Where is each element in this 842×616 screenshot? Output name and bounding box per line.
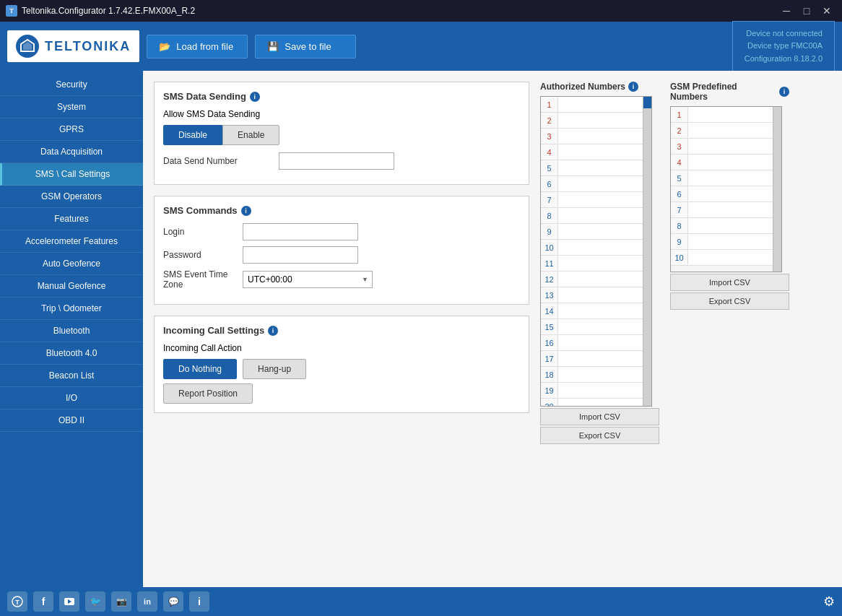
authorized-number-input[interactable] [558,319,643,334]
authorized-number-input[interactable] [558,335,643,350]
authorized-number-input[interactable] [558,208,643,223]
authorized-import-csv-button[interactable]: Import CSV [540,408,659,425]
close-button[interactable]: ✕ [817,1,836,20]
authorized-number-input[interactable] [558,97,643,112]
sidebar-item-features[interactable]: Features [0,208,143,230]
timezone-dropdown[interactable]: UTC+00:00 [243,271,373,288]
authorized-number-input[interactable] [558,399,643,406]
facebook-icon[interactable]: f [33,591,53,612]
authorized-number-row: 14 [541,303,643,319]
gsm-predefined-table: 12345678910 [670,106,782,272]
message-icon[interactable]: 💬 [163,591,183,612]
authorized-number-row: 13 [541,287,643,303]
row-index: 18 [541,367,558,382]
gsm-number-input[interactable] [688,107,773,122]
authorized-number-input[interactable] [558,272,643,287]
incoming-call-action-label: Incoming Call Action [163,343,520,353]
authorized-number-input[interactable] [558,113,643,128]
gsm-number-input[interactable] [688,123,773,138]
authorized-number-input[interactable] [558,287,643,303]
sidebar-item-auto-geofence[interactable]: Auto Geofence [0,253,143,275]
gsm-import-csv-button[interactable]: Import CSV [670,274,789,291]
minimize-button[interactable]: ─ [777,1,796,20]
hangup-button[interactable]: Hang-up [243,359,306,379]
sms-commands-info-icon[interactable]: i [241,206,251,216]
gsm-export-csv-button[interactable]: Export CSV [670,292,789,310]
sidebar-item-manual-geofence[interactable]: Manual Geofence [0,275,143,298]
row-index: 16 [541,335,558,350]
settings-gear-icon[interactable]: ⚙ [823,594,835,610]
authorized-export-csv-button[interactable]: Export CSV [540,427,659,444]
sidebar-item-beacon-list[interactable]: Beacon List [0,365,143,387]
device-line1: Device not connected [745,27,823,40]
sidebar-item-obd-ii[interactable]: OBD II [0,409,143,432]
sidebar-item-i-o[interactable]: I/O [0,387,143,409]
row-index: 12 [541,272,558,287]
sidebar-item-security[interactable]: Security [0,74,143,96]
content-area: SMS Data Sending i Allow SMS Data Sendin… [143,71,842,587]
gsm-number-input[interactable] [688,170,773,186]
row-index: 9 [541,224,558,239]
authorized-number-input[interactable] [558,176,643,191]
gsm-predefined-rows: 12345678910 [671,107,773,272]
authorized-number-input[interactable] [558,144,643,160]
row-index: 20 [541,399,558,406]
gsm-predefined-section: GSM Predefined Numbers i 12345678910 Imp… [670,82,789,576]
authorized-number-input[interactable] [558,383,643,398]
gsm-predefined-scrollbar[interactable] [773,107,781,272]
gsm-number-input[interactable] [688,250,773,265]
sidebar-item-data-acquisition[interactable]: Data Acquisition [0,141,143,163]
enable-button[interactable]: Enable [222,125,279,145]
maximize-button[interactable]: □ [797,1,816,20]
gsm-number-input[interactable] [688,155,773,170]
linkedin-icon[interactable]: in [137,591,157,612]
authorized-number-input[interactable] [558,129,643,144]
gsm-predefined-info-icon[interactable]: i [779,87,789,97]
authorized-number-input[interactable] [558,367,643,382]
sidebar-item-gsm-operators[interactable]: GSM Operators [0,186,143,208]
authorized-number-input[interactable] [558,303,643,318]
sidebar-item-bluetooth-4-0[interactable]: Bluetooth 4.0 [0,342,143,365]
sidebar-item-accelerometer-features[interactable]: Accelerometer Features [0,230,143,253]
password-label: Password [163,250,235,260]
save-to-file-button[interactable]: 💾 Save to file [255,35,356,58]
youtube-icon[interactable] [59,591,79,612]
gsm-number-row: 2 [671,123,773,139]
authorized-number-input[interactable] [558,160,643,175]
gsm-number-input[interactable] [688,218,773,233]
sms-data-sending-info-icon[interactable]: i [250,92,260,102]
authorized-numbers-info-icon[interactable]: i [628,82,638,92]
instagram-icon[interactable]: 📷 [111,591,131,612]
gsm-number-input[interactable] [688,202,773,217]
authorized-number-input[interactable] [558,192,643,207]
authorized-number-input[interactable] [558,256,643,271]
sidebar-item-bluetooth[interactable]: Bluetooth [0,320,143,342]
login-input[interactable] [243,223,358,240]
incoming-call-info-icon[interactable]: i [268,326,278,336]
gsm-number-input[interactable] [688,186,773,201]
authorized-numbers-scrollbar[interactable] [643,97,651,406]
load-from-file-button[interactable]: 📂 Load from file [147,35,248,58]
teltonika-bottom-icon[interactable]: T [7,591,27,612]
save-icon: 💾 [267,41,279,52]
row-index: 11 [541,256,558,271]
do-nothing-button[interactable]: Do Nothing [163,359,237,379]
sidebar-item-gprs[interactable]: GPRS [0,118,143,141]
authorized-number-row: 19 [541,383,643,399]
disable-button[interactable]: Disable [163,125,222,145]
authorized-number-input[interactable] [558,351,643,366]
sidebar-item-system[interactable]: System [0,96,143,118]
authorized-number-input[interactable] [558,224,643,239]
data-send-number-row: Data Send Number [163,152,520,170]
row-index: 4 [541,144,558,160]
info-bottom-icon[interactable]: i [189,591,209,612]
report-position-button[interactable]: Report Position [163,383,253,404]
sidebar-item-trip---odometer[interactable]: Trip \ Odometer [0,298,143,320]
password-input[interactable] [243,246,358,264]
gsm-number-input[interactable] [688,139,773,154]
gsm-number-input[interactable] [688,234,773,249]
authorized-number-input[interactable] [558,240,643,255]
twitter-icon[interactable]: 🐦 [85,591,105,612]
data-send-number-input[interactable] [279,152,394,170]
sidebar-item-sms---call-settings[interactable]: SMS \ Call Settings [0,163,143,186]
